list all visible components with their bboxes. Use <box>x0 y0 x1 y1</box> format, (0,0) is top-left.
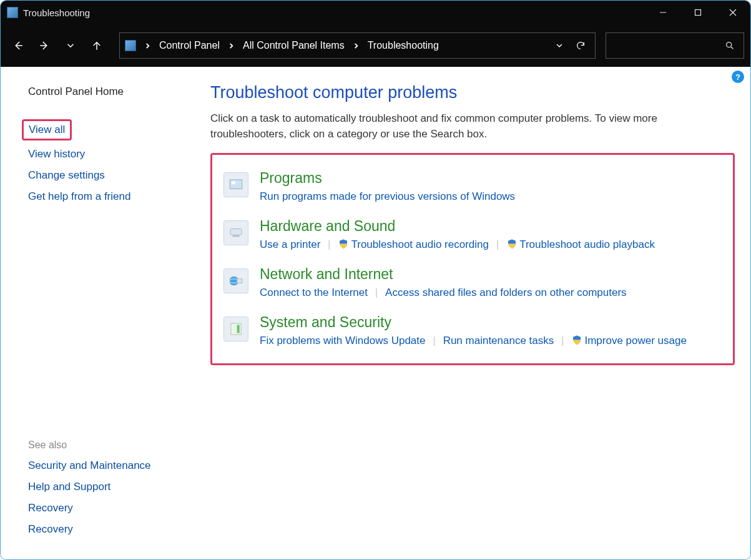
address-bar[interactable]: Control Panel All Control Panel Items Tr… <box>119 32 596 59</box>
category-icon <box>223 172 248 197</box>
category-icon <box>223 317 248 341</box>
svg-rect-15 <box>237 279 242 283</box>
task-link[interactable]: Run maintenance tasks <box>443 335 554 346</box>
svg-rect-17 <box>237 325 240 333</box>
category-list: ProgramsRun programs made for previous v… <box>210 153 735 365</box>
category-hardware-and-sound: Hardware and SoundUse a printer|Troubles… <box>223 209 722 257</box>
window-title: Troubleshooting <box>23 7 90 18</box>
uac-shield-icon <box>338 238 349 250</box>
sidebar-get-help[interactable]: Get help from a friend <box>28 190 175 203</box>
control-panel-home-link[interactable]: Control Panel Home <box>28 86 175 98</box>
sidebar-view-all[interactable]: View all <box>22 119 72 140</box>
category-network-and-internet: Network and InternetConnect to the Inter… <box>223 257 722 305</box>
task-link[interactable]: Fix problems with Windows Update <box>260 335 425 346</box>
svg-rect-1 <box>695 10 701 16</box>
svg-rect-11 <box>230 229 242 235</box>
svg-rect-10 <box>232 182 236 185</box>
titlebar: Troubleshooting <box>1 1 750 24</box>
category-links: Run programs made for previous versions … <box>260 190 722 203</box>
help-icon[interactable]: ? <box>732 71 744 83</box>
up-button[interactable] <box>86 34 108 57</box>
see-also-security[interactable]: Security and Maintenance <box>28 459 175 472</box>
task-link[interactable]: Run programs made for previous versions … <box>260 190 515 202</box>
uac-shield-icon <box>506 238 518 250</box>
category-system-and-security: System and SecurityFix problems with Win… <box>223 305 722 353</box>
sidebar-view-history[interactable]: View history <box>28 148 175 160</box>
category-links: Connect to the Internet|Access shared fi… <box>260 287 722 299</box>
category-title[interactable]: Network and Internet <box>260 266 722 283</box>
recent-locations-button[interactable] <box>59 34 82 57</box>
window-frame: Troubleshooting Control Panel <box>0 0 751 560</box>
refresh-button[interactable] <box>571 36 590 55</box>
uac-shield-icon <box>571 335 582 346</box>
svg-line-8 <box>731 46 734 49</box>
page-intro: Click on a task to automatically trouble… <box>210 111 704 142</box>
svg-point-7 <box>727 42 732 47</box>
sidebar: Control Panel Home View all View history… <box>1 67 188 559</box>
link-divider: | <box>433 335 435 346</box>
task-link[interactable]: Access shared files and folders on other… <box>385 287 626 298</box>
category-icon <box>223 268 248 293</box>
chevron-right-icon[interactable] <box>353 40 359 51</box>
category-links: Fix problems with Windows Update|Run mai… <box>260 335 722 347</box>
link-divider: | <box>561 335 564 346</box>
see-also-heading: See also <box>28 440 175 451</box>
toolbar: Control Panel All Control Panel Items Tr… <box>1 24 750 67</box>
forward-button[interactable] <box>33 34 56 57</box>
chevron-right-icon[interactable] <box>228 40 234 51</box>
category-title[interactable]: Programs <box>260 170 722 187</box>
task-link[interactable]: Improve power usage <box>584 335 686 346</box>
control-panel-icon <box>125 40 136 51</box>
see-also-help[interactable]: Help and Support <box>28 481 175 493</box>
task-link[interactable]: Connect to the Internet <box>260 287 368 298</box>
search-icon <box>725 41 735 51</box>
category-programs: ProgramsRun programs made for previous v… <box>223 161 722 209</box>
maximize-button[interactable] <box>680 1 715 24</box>
task-link[interactable]: Troubleshoot audio recording <box>351 238 489 250</box>
link-divider: | <box>496 239 499 250</box>
address-history-button[interactable] <box>550 36 569 55</box>
close-button[interactable] <box>715 1 750 24</box>
back-button[interactable] <box>7 34 29 57</box>
task-link[interactable]: Troubleshoot audio playback <box>519 238 655 250</box>
category-icon <box>223 220 248 245</box>
see-also-recovery-2[interactable]: Recovery <box>28 523 175 536</box>
sidebar-change-settings[interactable]: Change settings <box>28 169 175 182</box>
category-title[interactable]: System and Security <box>260 314 722 331</box>
page-title: Troubleshoot computer problems <box>210 83 738 102</box>
svg-rect-12 <box>232 235 239 237</box>
category-title[interactable]: Hardware and Sound <box>260 218 722 235</box>
chevron-right-icon[interactable] <box>145 40 150 51</box>
app-icon <box>7 7 18 18</box>
content-area: ? Control Panel Home View all View histo… <box>1 67 750 559</box>
breadcrumb-item[interactable]: All Control Panel Items <box>240 39 347 52</box>
category-links: Use a printer|Troubleshoot audio recordi… <box>260 238 722 251</box>
main-pane: Troubleshoot computer problems Click on … <box>188 67 750 559</box>
minimize-button[interactable] <box>645 1 680 24</box>
task-link[interactable]: Use a printer <box>260 238 320 250</box>
breadcrumb-item[interactable]: Control Panel <box>157 39 222 52</box>
breadcrumb-item[interactable]: Troubleshooting <box>365 39 441 52</box>
link-divider: | <box>375 287 378 298</box>
search-box[interactable] <box>606 32 744 59</box>
see-also-recovery[interactable]: Recovery <box>28 502 175 514</box>
link-divider: | <box>328 239 330 250</box>
